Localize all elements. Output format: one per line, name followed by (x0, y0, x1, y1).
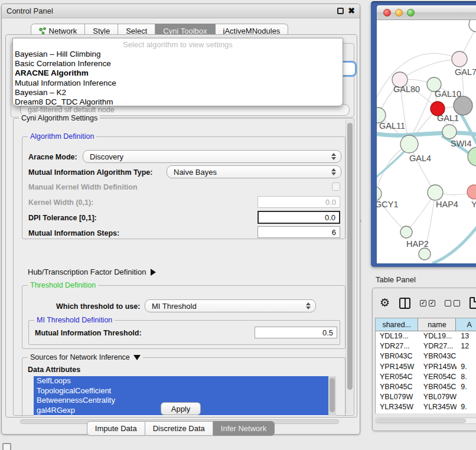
attributes-vertical-scrollbar[interactable] (328, 376, 336, 416)
node-gal4[interactable] (400, 135, 418, 153)
table-toolbar: ⚙ ✓✓ (380, 295, 476, 311)
settings-vertical-scrollbar[interactable] (345, 120, 353, 414)
docked-panel-icon[interactable] (2, 443, 11, 450)
dpi-tolerance-field[interactable]: 0.0 (257, 211, 340, 224)
cell-value: 9. (457, 362, 476, 372)
application-root: Control Panel ✖ Network Style (0, 0, 476, 450)
column-header-shared-name[interactable]: shared... (376, 318, 418, 331)
cell-name: YDL19... (419, 331, 457, 341)
node-gal7[interactable] (452, 51, 467, 67)
table-scrollbar-thumb[interactable] (376, 419, 466, 423)
table-row[interactable]: YIL052CYIL052C9 (376, 413, 476, 414)
node-salmon[interactable] (467, 185, 476, 199)
menu-item[interactable]: Bayesian – Hill Climbing (13, 50, 343, 59)
settings-scrollbar-thumb[interactable] (347, 123, 353, 390)
combo-spinner-icon (331, 153, 336, 160)
column-header-partial[interactable]: A (456, 318, 476, 331)
tab-impute-data[interactable]: Impute Data (87, 421, 145, 436)
cell-name: YBL079W (419, 392, 457, 402)
node-gcy1[interactable] (377, 187, 382, 201)
collapsed-arrow-icon (151, 269, 156, 276)
gear-icon[interactable]: ⚙ (380, 297, 390, 309)
attributes-scrollbar-thumb[interactable] (330, 378, 335, 412)
table-row[interactable]: YDL19...YDL19...13 (376, 331, 476, 341)
node-label: GCY1 (377, 200, 399, 209)
kernel-width-field[interactable]: 0.0 (257, 196, 340, 208)
mi-algorithm-type-label: Mutual Information Algorithm Type: (28, 168, 152, 177)
float-window-icon[interactable] (337, 8, 344, 14)
menu-item[interactable]: Basic Correlation Inference (13, 59, 343, 69)
table-row[interactable]: YLR345WYLR345W9. (376, 402, 476, 412)
table-row[interactable]: YDR27...YDR27...12 (376, 341, 476, 351)
cell-name: YLR345W (419, 402, 457, 412)
window-zoom-icon[interactable] (407, 9, 415, 17)
mi-threshold-label: Mutual Information Threshold: (35, 329, 142, 337)
table-header-row: shared... name A (376, 318, 476, 331)
node-label: GAL1 (437, 113, 459, 123)
columns-icon[interactable] (399, 298, 410, 309)
list-item[interactable]: SelfLoops (34, 376, 336, 386)
dpi-tolerance-label: DPI Tolerance [0,1]: (28, 214, 97, 222)
cell-value (457, 392, 476, 402)
aracne-mode-combobox[interactable]: Discovery (83, 150, 341, 163)
mi-threshold-definition-title: MI Threshold Definition (34, 316, 115, 324)
hub-transcription-factor-toggle[interactable]: Hub/Transcription Factor Definition (28, 268, 156, 276)
network-window-titlebar[interactable] (377, 5, 476, 20)
deselect-all-columns-icon[interactable] (445, 300, 460, 306)
kernel-width-label: Kernel Width (0,1): (28, 198, 93, 207)
mi-threshold-field[interactable]: 0.5 (255, 327, 337, 338)
control-panel-title: Control Panel (6, 6, 53, 15)
cell-shared-name: YPR145W (376, 362, 419, 372)
algorithm-definition-title: Algorithm Definition (28, 132, 96, 141)
cell-name: YER054C (419, 372, 457, 382)
tab-discretize-data[interactable]: Discretize Data (145, 421, 213, 436)
window-minimize-icon[interactable] (395, 9, 403, 17)
node-hap2[interactable] (400, 226, 412, 238)
cell-name: YBR043C (419, 351, 457, 361)
menu-item-selected[interactable]: ARACNE Algorithm (13, 69, 343, 78)
mi-algorithm-type-combobox[interactable]: Naive Bayes (167, 165, 341, 178)
column-header-name[interactable]: name (418, 318, 456, 331)
cell-shared-name: YER054C (376, 372, 419, 382)
new-table-icon[interactable] (470, 297, 476, 309)
mi-steps-field[interactable]: 6 (257, 226, 340, 238)
window-close-icon[interactable] (383, 9, 391, 17)
table-row[interactable]: YBR043CYBR043C (376, 351, 476, 361)
which-threshold-label: Which threshold to use: (56, 302, 140, 311)
network-canvas[interactable]: GAL7 GAL80 GAL10 GAL1 GAL11 SWI4 GAL4 GC… (377, 20, 476, 263)
node-partial[interactable] (469, 20, 476, 32)
cell-shared-name: YBR045C (376, 382, 419, 392)
node-gray[interactable] (454, 96, 472, 115)
threshold-definition-title: Threshold Definition (28, 281, 98, 289)
menu-item[interactable]: Mutual Information Inference (13, 79, 343, 88)
node-bottom[interactable] (419, 248, 431, 260)
panel-splitter-handle[interactable]: ‹ (360, 216, 364, 226)
table-row[interactable]: YBL079WYBL079W (376, 392, 476, 402)
node-label: GAL4 (409, 154, 431, 163)
mi-steps-value: 6 (332, 228, 336, 237)
node-big-green[interactable] (468, 147, 476, 166)
tab-infer-network[interactable]: Infer Network (213, 421, 275, 436)
node-label: HAP2 (406, 239, 429, 249)
node-swi4[interactable] (442, 125, 457, 139)
table-horizontal-scrollbar[interactable] (375, 418, 476, 424)
close-icon[interactable]: ✖ (348, 8, 355, 14)
list-item[interactable]: TopologicalCoefficient (34, 386, 336, 396)
menu-item[interactable]: Bayesian – K2 (13, 88, 343, 97)
node-hap4[interactable] (428, 185, 443, 200)
cell-name: YBR045C (419, 382, 457, 392)
table-panel-title: Table Panel (376, 275, 416, 284)
dpi-tolerance-value: 0.0 (325, 213, 335, 222)
manual-kernel-width-checkbox[interactable] (332, 182, 340, 191)
sources-group-title[interactable]: Sources for Network Inference (28, 353, 143, 361)
menu-item[interactable]: Dream8 DC_TDC Algorithm (13, 97, 343, 107)
table-row[interactable]: YER054CYER054C8. (376, 372, 476, 382)
apply-button-label: Apply (171, 405, 191, 413)
select-all-columns-icon[interactable]: ✓✓ (420, 300, 435, 306)
algorithm-dropdown-popup: Select algorithm to view settings Bayesi… (12, 38, 343, 106)
which-threshold-combobox[interactable]: MI Threshold (145, 299, 316, 312)
table-row[interactable]: YBR045CYBR045C9. (376, 382, 476, 392)
node-label: SWI4 (451, 139, 471, 148)
table-row[interactable]: YPR145WYPR145W9. (376, 362, 476, 372)
apply-button[interactable]: Apply (161, 402, 201, 415)
